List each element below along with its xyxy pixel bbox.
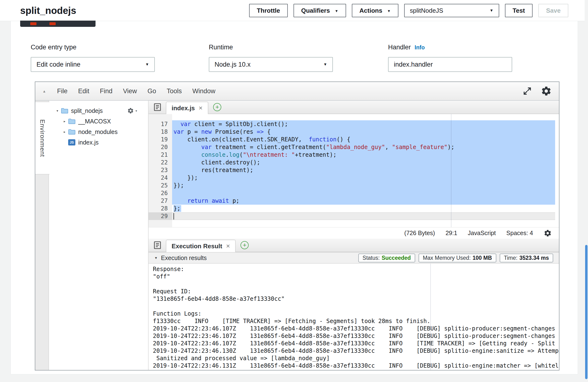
line-number[interactable]: 19 xyxy=(148,136,172,143)
code-line-22[interactable]: client.destroy(); xyxy=(172,159,555,166)
indent-setting[interactable]: Spaces: 4 xyxy=(506,229,533,237)
line-number[interactable]: 17 xyxy=(148,120,172,128)
line-number[interactable]: 22 xyxy=(148,159,172,166)
log-line: 2019-10-24T22:23:46.107Z 131e865f-6eb4-4… xyxy=(153,325,559,332)
actions-button[interactable]: Actions ▼ xyxy=(352,4,399,17)
execution-results-title: Execution results xyxy=(161,254,207,262)
code-area[interactable]: 17181920212223242526272829 var client = … xyxy=(148,114,559,227)
line-number[interactable]: 21 xyxy=(148,151,172,159)
new-tab-button[interactable]: + xyxy=(240,241,249,249)
tree-item-label: __MACOSX xyxy=(78,118,111,125)
collapse-editor-icon[interactable]: ▲ xyxy=(42,89,46,93)
statusbar-gear-icon[interactable] xyxy=(544,229,552,237)
tree-item--macosx[interactable]: ▸__MACOSX xyxy=(49,116,148,127)
code-line-27[interactable]: return await p; xyxy=(172,197,555,205)
expand-folder-icon[interactable]: ▸ xyxy=(61,119,68,123)
save-button[interactable]: Save xyxy=(538,4,568,17)
page-scrollbar[interactable] xyxy=(585,0,588,382)
log-line xyxy=(153,280,559,288)
log-output[interactable]: Response:"off"Request ID:"131e865f-6eb4-… xyxy=(148,264,559,370)
chevron-down-icon: ▼ xyxy=(490,8,493,13)
handler-info-link[interactable]: Info xyxy=(415,44,425,51)
gutter: 17181920212223242526272829 xyxy=(148,114,172,227)
code-line-28[interactable]: }; xyxy=(172,205,555,212)
code-line-26[interactable] xyxy=(172,189,555,197)
editor-tabbar: index.js × + xyxy=(148,101,559,114)
collapse-folder-icon[interactable]: ▾ xyxy=(54,109,61,113)
cursor-position[interactable]: 29:1 xyxy=(445,229,457,237)
tree-settings-button[interactable]: ▾ xyxy=(127,107,137,114)
line-number[interactable]: 23 xyxy=(148,166,172,174)
menu-item-edit[interactable]: Edit xyxy=(78,87,89,95)
handler-input[interactable] xyxy=(388,57,512,72)
log-line: 2019-10-24T22:23:46.130Z 131e865f-6eb4-4… xyxy=(153,347,559,355)
new-tab-button[interactable]: + xyxy=(213,103,221,111)
code-line-25[interactable]: }); xyxy=(172,182,555,189)
line-number[interactable]: 18 xyxy=(148,128,172,136)
code-line-18[interactable]: var p = new Promise(res => { xyxy=(172,128,555,136)
log-line: 2019-10-24T22:23:46.107Z 131e865f-6eb4-4… xyxy=(153,340,559,347)
execution-results-header[interactable]: ▼ Execution results Status:SucceededMax … xyxy=(148,252,559,264)
code-line-24[interactable]: }); xyxy=(172,174,555,182)
tab-list-icon[interactable] xyxy=(153,103,162,112)
file-size: (726 Bytes) xyxy=(404,229,435,237)
log-line: Request ID: xyxy=(153,288,559,295)
code-line-17[interactable]: var client = SplitObj.client(); xyxy=(172,120,555,128)
menu-item-view[interactable]: View xyxy=(123,87,137,95)
line-number[interactable]: 27 xyxy=(148,197,172,205)
alias-select[interactable]: splitNodeJS ▼ xyxy=(404,4,499,17)
throttle-button[interactable]: Throttle xyxy=(249,4,288,17)
badge-time: Time:3523.34 ms xyxy=(500,253,553,262)
code-line-20[interactable]: var treatment = client.getTreatment("lam… xyxy=(172,143,555,151)
tree-item-label: node_modules xyxy=(78,129,118,135)
menu-item-go[interactable]: Go xyxy=(147,87,156,95)
tree-root-split-nodejs[interactable]: ▾ split_nodejs ▾ xyxy=(49,105,148,116)
fullscreen-icon[interactable] xyxy=(523,86,532,96)
chevron-down-icon: ▾ xyxy=(135,109,137,113)
collapse-results-icon[interactable]: ▼ xyxy=(154,256,158,260)
code-line-29[interactable] xyxy=(172,212,555,220)
print-margin-line xyxy=(430,264,431,370)
actions-label: Actions xyxy=(359,7,382,14)
menu-item-file[interactable]: File xyxy=(57,87,68,95)
runtime-select[interactable]: Node.js 10.x ▼ xyxy=(209,57,333,72)
folder-icon xyxy=(68,129,75,135)
line-number[interactable]: 20 xyxy=(148,143,172,151)
tab-index-js[interactable]: index.js × xyxy=(166,102,208,114)
language-mode[interactable]: JavaScript xyxy=(468,229,496,237)
folder-icon xyxy=(68,118,75,124)
close-tab-icon[interactable]: × xyxy=(199,104,203,112)
log-line: "off" xyxy=(153,273,559,280)
editor-settings-gear-icon[interactable] xyxy=(541,86,552,96)
editor-menubar: ▲ FileEditFindViewGoToolsWindow xyxy=(35,82,559,101)
code-line-21[interactable]: console.log("\ntreatment: "+treatment); xyxy=(172,151,555,159)
sidebar-strip: Environment xyxy=(35,101,49,370)
tab-list-icon[interactable] xyxy=(153,241,162,250)
code-entry-type-label: Code entry type xyxy=(31,44,77,51)
scrollbar-thumb[interactable] xyxy=(585,245,588,379)
environment-tab[interactable]: Environment xyxy=(35,102,49,174)
menu-item-find[interactable]: Find xyxy=(100,87,113,95)
editor-region: index.js × + 17181920212223242526272829 … xyxy=(148,101,559,370)
close-tab-icon[interactable]: × xyxy=(226,242,230,250)
code-entry-type-select[interactable]: Edit code inline ▼ xyxy=(31,57,155,72)
code-line-23[interactable]: res(treatment); xyxy=(172,166,555,174)
qualifiers-button[interactable]: Qualifiers ▼ xyxy=(294,4,346,17)
alias-selected-value: splitNodeJS xyxy=(410,7,443,14)
line-number[interactable]: 29 xyxy=(148,212,172,220)
code-line-19[interactable]: client.on(client.Event.SDK_READY, functi… xyxy=(172,136,555,143)
line-number[interactable]: 24 xyxy=(148,174,172,182)
line-number[interactable]: 28 xyxy=(148,205,172,212)
tree-item-node-modules[interactable]: ▸node_modules xyxy=(49,127,148,137)
tab-execution-result[interactable]: Execution Result × xyxy=(166,240,236,252)
line-number[interactable]: 25 xyxy=(148,182,172,189)
test-button[interactable]: Test xyxy=(505,4,533,17)
red-chip xyxy=(49,22,56,25)
tree-item-index-js[interactable]: JSindex.js xyxy=(49,137,148,148)
expand-folder-icon[interactable]: ▸ xyxy=(61,130,68,134)
menu-item-tools[interactable]: Tools xyxy=(167,87,182,95)
menu-item-window[interactable]: Window xyxy=(192,87,215,95)
log-line: 2019-10-24T22:23:46.107Z 131e865f-6eb4-4… xyxy=(153,332,559,340)
folder-icon xyxy=(61,108,68,114)
line-number[interactable]: 26 xyxy=(148,189,172,197)
